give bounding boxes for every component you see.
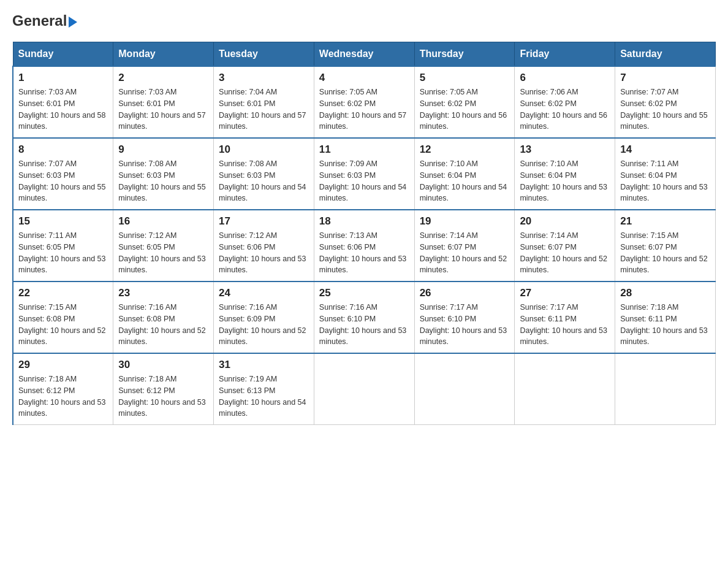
day-number: 9 xyxy=(118,144,208,156)
day-number: 19 xyxy=(420,215,510,228)
day-number: 23 xyxy=(118,287,208,299)
calendar-cell xyxy=(414,353,515,425)
calendar-week-4: 22 Sunrise: 7:15 AM Sunset: 6:08 PM Dayl… xyxy=(13,282,716,353)
calendar-cell: 21 Sunrise: 7:15 AM Sunset: 6:07 PM Dayl… xyxy=(615,210,716,282)
calendar-cell: 12 Sunrise: 7:10 AM Sunset: 6:04 PM Dayl… xyxy=(414,138,515,210)
day-info: Sunrise: 7:08 AM Sunset: 6:03 PM Dayligh… xyxy=(118,158,208,204)
day-number: 14 xyxy=(620,144,710,156)
day-number: 28 xyxy=(620,287,710,299)
header-day-wednesday: Wednesday xyxy=(314,42,414,67)
day-info: Sunrise: 7:12 AM Sunset: 6:06 PM Dayligh… xyxy=(219,230,309,276)
calendar-cell: 4 Sunrise: 7:05 AM Sunset: 6:02 PM Dayli… xyxy=(314,66,414,138)
calendar-cell: 26 Sunrise: 7:17 AM Sunset: 6:10 PM Dayl… xyxy=(414,282,515,353)
day-info: Sunrise: 7:18 AM Sunset: 6:12 PM Dayligh… xyxy=(118,373,208,419)
calendar-cell: 19 Sunrise: 7:14 AM Sunset: 6:07 PM Dayl… xyxy=(414,210,515,282)
day-info: Sunrise: 7:04 AM Sunset: 6:01 PM Dayligh… xyxy=(219,86,309,132)
calendar-cell: 27 Sunrise: 7:17 AM Sunset: 6:11 PM Dayl… xyxy=(515,282,615,353)
day-info: Sunrise: 7:03 AM Sunset: 6:01 PM Dayligh… xyxy=(18,86,108,132)
day-number: 15 xyxy=(18,215,108,228)
page-header: General xyxy=(12,12,716,29)
calendar-cell: 31 Sunrise: 7:19 AM Sunset: 6:13 PM Dayl… xyxy=(214,353,314,425)
calendar-cell: 6 Sunrise: 7:06 AM Sunset: 6:02 PM Dayli… xyxy=(515,66,615,138)
calendar-header: SundayMondayTuesdayWednesdayThursdayFrid… xyxy=(13,42,716,67)
header-day-thursday: Thursday xyxy=(414,42,515,67)
logo-arrow-icon xyxy=(69,17,77,28)
day-info: Sunrise: 7:11 AM Sunset: 6:04 PM Dayligh… xyxy=(620,158,710,204)
day-number: 10 xyxy=(219,144,309,156)
day-info: Sunrise: 7:16 AM Sunset: 6:08 PM Dayligh… xyxy=(118,302,208,348)
day-info: Sunrise: 7:10 AM Sunset: 6:04 PM Dayligh… xyxy=(520,158,610,204)
header-day-tuesday: Tuesday xyxy=(214,42,314,67)
day-number: 2 xyxy=(118,72,208,84)
day-number: 16 xyxy=(118,215,208,228)
calendar-cell: 25 Sunrise: 7:16 AM Sunset: 6:10 PM Dayl… xyxy=(314,282,414,353)
calendar-cell: 17 Sunrise: 7:12 AM Sunset: 6:06 PM Dayl… xyxy=(214,210,314,282)
day-info: Sunrise: 7:10 AM Sunset: 6:04 PM Dayligh… xyxy=(420,158,510,204)
day-number: 12 xyxy=(420,144,510,156)
day-number: 21 xyxy=(620,215,710,228)
logo: General xyxy=(12,12,77,29)
day-number: 4 xyxy=(319,72,409,84)
calendar-cell: 18 Sunrise: 7:13 AM Sunset: 6:06 PM Dayl… xyxy=(314,210,414,282)
calendar-cell: 20 Sunrise: 7:14 AM Sunset: 6:07 PM Dayl… xyxy=(515,210,615,282)
day-info: Sunrise: 7:15 AM Sunset: 6:07 PM Dayligh… xyxy=(620,230,710,276)
day-info: Sunrise: 7:18 AM Sunset: 6:12 PM Dayligh… xyxy=(18,373,108,419)
day-number: 22 xyxy=(18,287,108,299)
calendar-week-1: 1 Sunrise: 7:03 AM Sunset: 6:01 PM Dayli… xyxy=(13,66,716,138)
header-day-monday: Monday xyxy=(113,42,214,67)
day-number: 7 xyxy=(620,72,710,84)
day-info: Sunrise: 7:17 AM Sunset: 6:10 PM Dayligh… xyxy=(420,302,510,348)
calendar-body: 1 Sunrise: 7:03 AM Sunset: 6:01 PM Dayli… xyxy=(13,66,716,425)
calendar-cell xyxy=(314,353,414,425)
calendar-cell: 23 Sunrise: 7:16 AM Sunset: 6:08 PM Dayl… xyxy=(113,282,214,353)
day-info: Sunrise: 7:15 AM Sunset: 6:08 PM Dayligh… xyxy=(18,302,108,348)
calendar-cell: 7 Sunrise: 7:07 AM Sunset: 6:02 PM Dayli… xyxy=(615,66,716,138)
day-info: Sunrise: 7:06 AM Sunset: 6:02 PM Dayligh… xyxy=(520,86,610,132)
day-number: 20 xyxy=(520,215,610,228)
day-number: 31 xyxy=(219,359,309,371)
header-day-sunday: Sunday xyxy=(13,42,113,67)
day-number: 5 xyxy=(420,72,510,84)
day-number: 6 xyxy=(520,72,610,84)
day-number: 1 xyxy=(18,72,108,84)
header-row: SundayMondayTuesdayWednesdayThursdayFrid… xyxy=(13,42,716,67)
calendar-cell: 10 Sunrise: 7:08 AM Sunset: 6:03 PM Dayl… xyxy=(214,138,314,210)
calendar-cell: 1 Sunrise: 7:03 AM Sunset: 6:01 PM Dayli… xyxy=(13,66,113,138)
day-info: Sunrise: 7:14 AM Sunset: 6:07 PM Dayligh… xyxy=(520,230,610,276)
day-info: Sunrise: 7:05 AM Sunset: 6:02 PM Dayligh… xyxy=(319,86,409,132)
day-number: 26 xyxy=(420,287,510,299)
day-info: Sunrise: 7:07 AM Sunset: 6:02 PM Dayligh… xyxy=(620,86,710,132)
day-number: 25 xyxy=(319,287,409,299)
day-number: 18 xyxy=(319,215,409,228)
day-info: Sunrise: 7:16 AM Sunset: 6:10 PM Dayligh… xyxy=(319,302,409,348)
calendar-cell xyxy=(615,353,716,425)
calendar-cell: 28 Sunrise: 7:18 AM Sunset: 6:11 PM Dayl… xyxy=(615,282,716,353)
calendar-cell: 5 Sunrise: 7:05 AM Sunset: 6:02 PM Dayli… xyxy=(414,66,515,138)
day-info: Sunrise: 7:12 AM Sunset: 6:05 PM Dayligh… xyxy=(118,230,208,276)
day-info: Sunrise: 7:18 AM Sunset: 6:11 PM Dayligh… xyxy=(620,302,710,348)
day-info: Sunrise: 7:07 AM Sunset: 6:03 PM Dayligh… xyxy=(18,158,108,204)
header-day-saturday: Saturday xyxy=(615,42,716,67)
calendar-cell: 8 Sunrise: 7:07 AM Sunset: 6:03 PM Dayli… xyxy=(13,138,113,210)
calendar-week-5: 29 Sunrise: 7:18 AM Sunset: 6:12 PM Dayl… xyxy=(13,353,716,425)
day-number: 24 xyxy=(219,287,309,299)
calendar-cell: 22 Sunrise: 7:15 AM Sunset: 6:08 PM Dayl… xyxy=(13,282,113,353)
calendar-cell: 16 Sunrise: 7:12 AM Sunset: 6:05 PM Dayl… xyxy=(113,210,214,282)
day-info: Sunrise: 7:14 AM Sunset: 6:07 PM Dayligh… xyxy=(420,230,510,276)
calendar-cell: 29 Sunrise: 7:18 AM Sunset: 6:12 PM Dayl… xyxy=(13,353,113,425)
calendar-cell: 30 Sunrise: 7:18 AM Sunset: 6:12 PM Dayl… xyxy=(113,353,214,425)
day-info: Sunrise: 7:16 AM Sunset: 6:09 PM Dayligh… xyxy=(219,302,309,348)
header-day-friday: Friday xyxy=(515,42,615,67)
day-info: Sunrise: 7:08 AM Sunset: 6:03 PM Dayligh… xyxy=(219,158,309,204)
day-number: 30 xyxy=(118,359,208,371)
calendar-cell: 11 Sunrise: 7:09 AM Sunset: 6:03 PM Dayl… xyxy=(314,138,414,210)
calendar-cell: 9 Sunrise: 7:08 AM Sunset: 6:03 PM Dayli… xyxy=(113,138,214,210)
day-info: Sunrise: 7:11 AM Sunset: 6:05 PM Dayligh… xyxy=(18,230,108,276)
calendar-cell: 24 Sunrise: 7:16 AM Sunset: 6:09 PM Dayl… xyxy=(214,282,314,353)
calendar-week-3: 15 Sunrise: 7:11 AM Sunset: 6:05 PM Dayl… xyxy=(13,210,716,282)
day-number: 27 xyxy=(520,287,610,299)
day-info: Sunrise: 7:19 AM Sunset: 6:13 PM Dayligh… xyxy=(219,373,309,419)
logo-general-text: General xyxy=(12,12,67,29)
day-info: Sunrise: 7:13 AM Sunset: 6:06 PM Dayligh… xyxy=(319,230,409,276)
calendar-cell: 2 Sunrise: 7:03 AM Sunset: 6:01 PM Dayli… xyxy=(113,66,214,138)
